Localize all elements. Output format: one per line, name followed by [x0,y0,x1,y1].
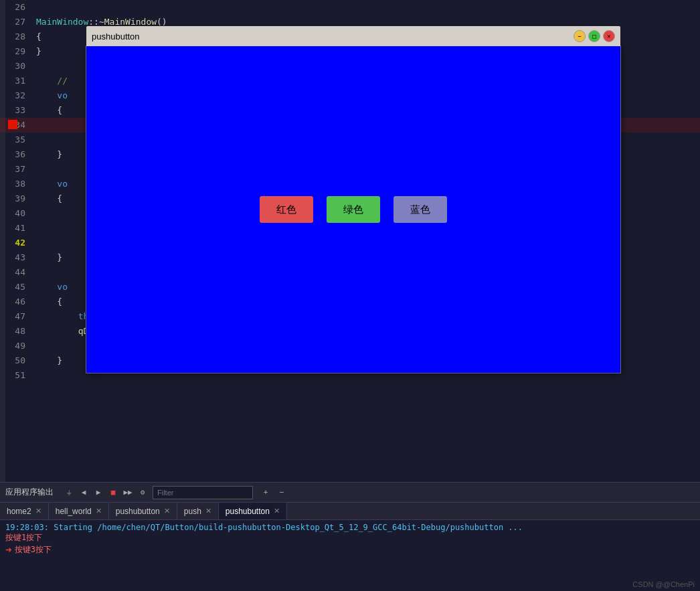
line-content [33,133,36,147]
qt-buttons-area: 红色 绿色 蓝色 [260,196,447,223]
tab-home2-label: home2 [7,507,31,516]
filter-input[interactable] [153,486,253,499]
output-tabs: home2 ✕ hell_world ✕ pushubutton ✕ push … [0,503,700,520]
output-label: 应用程序输出 [5,487,54,498]
line-number: 34 [0,118,33,133]
line-content: vo [33,177,68,191]
line-content: vo [33,280,68,294]
line-number: 27 [0,15,33,29]
line-number: 46 [0,294,33,309]
line-content: { [33,294,62,309]
tab-hell-world-label: hell_world [56,507,92,516]
line-number-active: 42 [0,236,33,250]
line-number: 39 [0,191,33,206]
line-number: 35 [0,133,33,147]
line-number: 38 [0,177,33,191]
blue-button[interactable]: 蓝色 [393,196,447,223]
tab-pushubutton-1[interactable]: pushubutton ✕ [109,503,177,519]
line-number: 32 [0,88,33,103]
line-number: 37 [0,162,33,177]
line-content: } [33,44,41,59]
line-number: 26 [0,0,33,15]
tab-push-close[interactable]: ✕ [205,507,211,515]
tab-pushubutton-2[interactable]: pushubutton ✕ [219,503,287,519]
line-content [33,0,36,15]
line-number: 33 [0,103,33,118]
tab-pushubutton-2-close[interactable]: ✕ [274,507,280,515]
line-number: 31 [0,74,33,88]
line-content: // [33,74,68,88]
remove-icon[interactable]: − [276,487,288,499]
line-content [33,221,36,236]
line-number: 29 [0,44,33,59]
stop-icon[interactable]: ■ [107,487,119,499]
line-content [33,118,36,133]
output-log-line-3[interactable]: ➜ 按键3按下 [5,543,695,556]
line-content: { [33,191,62,206]
close-button[interactable]: ✕ [603,30,615,42]
qt-titlebar: pushubutton − □ ✕ [86,26,620,46]
prev-icon[interactable]: ◀ [78,487,90,499]
line-content: { [33,29,41,44]
line-content: { [33,103,62,118]
line-number: 43 [0,250,33,265]
line-number: 36 [0,147,33,162]
red-button[interactable]: 红色 [260,196,313,223]
output-toolbar-icons: ⏚ ◀ ▶ ■ ▶▶ ⚙ [63,487,149,499]
tab-home2[interactable]: home2 ✕ [0,503,49,519]
code-editor: 26 27 MainWindow::~MainWindow() 28 { 29 … [0,0,700,482]
line-content: } [33,353,62,368]
line-number: 30 [0,59,33,74]
tab-hell-world-close[interactable]: ✕ [96,507,102,515]
add-icon[interactable]: + [260,487,272,499]
line-content [33,59,36,74]
settings-icon[interactable]: ⚙ [137,487,149,499]
breakpoint-dot [8,120,17,129]
arrow-icon: ➜ [5,543,12,556]
line-content [33,368,36,383]
line-number: 44 [0,265,33,280]
line-content: } [33,250,62,265]
run-icon[interactable]: ▶▶ [122,487,134,499]
output-toolbar: 应用程序输出 ⏚ ◀ ▶ ■ ▶▶ ⚙ + − [0,483,700,503]
line-number: 47 [0,309,33,324]
line-content [33,206,36,221]
line-number: 48 [0,324,33,339]
tab-pushubutton-1-close[interactable]: ✕ [164,507,170,515]
csdn-watermark: CSDN @@ChenPi [632,580,695,588]
line-content [33,339,36,353]
tab-home2-close[interactable]: ✕ [35,507,41,515]
output-log-line-2[interactable]: 按键1按下 [5,532,695,543]
output-panel: 应用程序输出 ⏚ ◀ ▶ ■ ▶▶ ⚙ + − home2 ✕ hell_wor… [0,482,700,591]
green-button[interactable]: 绿色 [327,196,380,223]
line-content [33,265,36,280]
line-content [33,236,36,250]
line-content: } [33,147,62,162]
tab-push-label: push [184,507,201,516]
next-icon[interactable]: ▶ [92,487,104,499]
tab-pushubutton-2-label: pushubutton [226,507,270,516]
tab-pushubutton-1-label: pushubutton [116,507,160,516]
line-number: 50 [0,353,33,368]
maximize-button[interactable]: □ [588,30,600,42]
line-number: 45 [0,280,33,294]
line-number: 49 [0,339,33,353]
line-content: vo [33,88,68,103]
minimize-button[interactable]: − [574,30,586,42]
line-content [33,162,36,177]
tab-push[interactable]: push ✕ [177,503,219,519]
qt-title-text: pushubutton [92,31,140,41]
output-content: 19:28:03: Starting /home/chen/QT/Button/… [0,520,700,559]
qt-app-window: pushubutton − □ ✕ 红色 绿色 蓝色 [86,46,621,373]
line-number: 28 [0,29,33,44]
line-number: 41 [0,221,33,236]
connect-icon[interactable]: ⏚ [63,487,75,499]
line-number: 40 [0,206,33,221]
output-log-line-1: 19:28:03: Starting /home/chen/QT/Button/… [5,523,695,532]
line-number: 51 [0,368,33,383]
tab-hell-world[interactable]: hell_world ✕ [49,503,109,519]
code-line-26: 26 [0,0,700,15]
qt-window-controls: − □ ✕ [574,30,615,42]
